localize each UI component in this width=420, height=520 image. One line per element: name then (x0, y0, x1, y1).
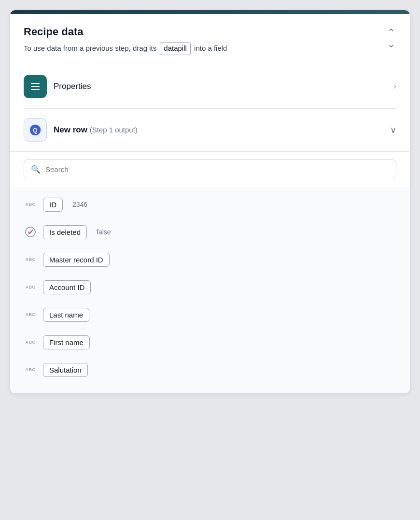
data-type-label: ABC (24, 340, 37, 345)
data-pill[interactable]: Last name (43, 308, 89, 322)
chevron-updown-icon[interactable]: ⌃⌄ (386, 26, 396, 51)
newrow-label: New row (Step 1 output) (54, 125, 383, 135)
list-item: ABC Salutation (24, 356, 396, 384)
svg-rect-0 (31, 83, 40, 84)
data-type-label: ABC (24, 202, 37, 207)
new-row-icon: Q (24, 118, 47, 142)
data-pill[interactable]: Salutation (43, 363, 88, 377)
newrow-row[interactable]: Q New row (Step 1 output) ∨ (24, 118, 396, 142)
header: Recipe data To use data from a previous … (10, 14, 410, 65)
top-bar (10, 10, 410, 14)
chevron-right-icon[interactable]: › (393, 81, 396, 91)
subtitle-before: To use data from a previous step, drag i… (24, 44, 156, 52)
header-text: Recipe data To use data from a previous … (24, 26, 386, 55)
list-icon (29, 81, 41, 92)
panel-subtitle: To use data from a previous step, drag i… (24, 42, 386, 55)
list-item: Is deleted false (24, 218, 396, 246)
search-input[interactable] (45, 165, 389, 173)
search-box[interactable]: 🔍 (24, 159, 396, 179)
newrow-section: Q New row (Step 1 output) ∨ (10, 109, 410, 152)
data-pill[interactable]: Is deleted (43, 225, 87, 239)
data-pill[interactable]: First name (43, 335, 90, 349)
data-type-label: ABC (24, 257, 37, 262)
list-item: ABC Account ID (24, 274, 396, 301)
datapill-badge: datapill (160, 42, 191, 55)
properties-icon (24, 75, 47, 98)
svg-text:Q: Q (33, 127, 37, 133)
data-type-label: ABC (24, 312, 37, 317)
data-type-label: ABC (24, 367, 37, 372)
search-section: 🔍 (10, 152, 410, 187)
search-icon: 🔍 (31, 165, 41, 174)
properties-section: Properties › (10, 65, 410, 108)
bool-icon (24, 225, 37, 239)
panel-title: Recipe data (24, 26, 386, 38)
newrow-sublabel: (Step 1 output) (90, 126, 138, 134)
list-item: ABC Last name (24, 301, 396, 329)
recipe-data-panel: Recipe data To use data from a previous … (10, 10, 410, 394)
data-list: ABC ID 2346 Is deleted false ABC Master … (10, 187, 410, 393)
list-item: ABC ID 2346 (24, 191, 396, 218)
list-item: ABC First name (24, 329, 396, 356)
q-icon: Q (29, 124, 42, 136)
svg-rect-1 (31, 86, 40, 87)
list-item: ABC Master record ID (24, 246, 396, 274)
data-pill[interactable]: ID (43, 198, 63, 212)
data-type-label: ABC (24, 285, 37, 289)
data-pill-value: false (97, 228, 111, 236)
chevron-down-icon[interactable]: ∨ (390, 125, 396, 135)
data-pill-value: 2346 (72, 201, 87, 208)
properties-label: Properties (54, 82, 387, 91)
properties-row[interactable]: Properties › (24, 75, 396, 98)
data-pill[interactable]: Master record ID (43, 253, 110, 267)
data-pill[interactable]: Account ID (43, 280, 91, 294)
svg-rect-2 (31, 89, 40, 90)
subtitle-after: into a field (194, 44, 227, 52)
